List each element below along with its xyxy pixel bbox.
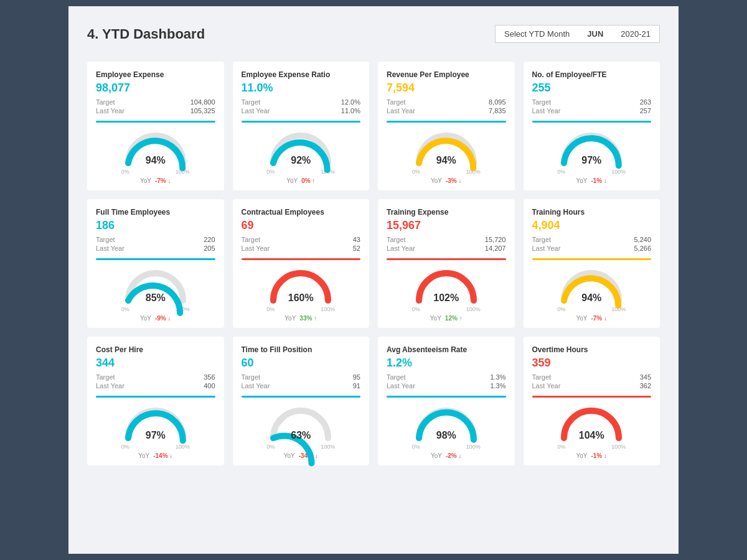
gauge-label-100: 100% [321,444,335,450]
target-value-training-hours: 5,240 [634,236,651,243]
card-divider-no-of-employee-fte [532,121,652,123]
card-title-revenue-per-employee: Revenue Per Employee [387,70,506,79]
card-divider-contractual-employees [242,258,361,260]
gauge-label-0: 0% [121,306,129,312]
gauge-label-100: 100% [321,306,335,312]
lastyear-value-avg-absenteeism-rate: 1.3% [490,382,505,390]
lastyear-label: Last Year [96,245,125,252]
gauge-labels-cost-per-hire: 0% 100% [121,444,190,450]
card-avg-absenteeism-rate: Avg Absenteeism Rate 1.2% Target 1.3% La… [378,337,515,465]
gauge-label-0: 0% [266,306,275,312]
gauge-pct-avg-absenteeism-rate: 98% [436,430,456,441]
gauge-labels-no-of-employee-fte: 0% 100% [557,169,626,175]
gauge-pct-cost-per-hire: 97% [146,430,166,441]
card-value-contractual-employees: 69 [242,219,361,232]
gauge-pct-employee-expense: 94% [146,155,166,166]
gauge-wrap-contractual-employees: 160% [266,266,335,305]
card-lastyear-row-cost-per-hire: Last Year 400 [96,382,215,390]
yoy-row-cost-per-hire: YoY -14% ↓ [138,452,172,459]
card-target-row-revenue-per-employee: Target 8,095 [387,98,506,106]
target-value-revenue-per-employee: 8,095 [489,98,506,106]
card-lastyear-row-employee-expense-ratio: Last Year 11.0% [242,107,361,114]
card-title-employee-expense-ratio: Employee Expense Ratio [242,70,361,79]
card-value-training-expense: 15,967 [387,219,506,232]
lastyear-value-contractual-employees: 52 [353,245,360,252]
gauge-pct-time-to-fill-position: 63% [291,430,311,441]
target-value-overtime-hours: 345 [640,373,651,381]
card-divider-cost-per-hire [96,396,215,398]
yoy-value-overtime-hours: -1% ↓ [591,452,607,459]
yoy-row-no-of-employee-fte: YoY -1% ↓ [576,177,607,184]
card-divider-avg-absenteeism-rate [387,396,506,398]
gauge-pct-revenue-per-employee: 94% [436,155,456,166]
card-value-avg-absenteeism-rate: 1.2% [387,357,506,370]
card-target-row-avg-absenteeism-rate: Target 1.3% [387,373,506,381]
card-lastyear-row-training-expense: Last Year 14,207 [387,245,506,252]
target-value-cost-per-hire: 356 [204,373,215,381]
card-value-revenue-per-employee: 7,594 [387,82,506,95]
gauge-label-100: 100% [611,169,626,175]
gauge-container-no-of-employee-fte: 97% 0% 100% YoY -1% ↓ [532,129,652,184]
card-lastyear-row-contractual-employees: Last Year 52 [242,245,361,252]
card-target-row-training-expense: Target 15,720 [387,236,506,243]
gauge-container-avg-absenteeism-rate: 98% 0% 100% YoY -2% ↓ [387,404,506,459]
card-title-employee-expense: Employee Expense [96,70,215,79]
target-value-avg-absenteeism-rate: 1.3% [490,373,505,381]
gauge-label-0: 0% [412,306,420,312]
card-target-row-time-to-fill-position: Target 95 [242,373,361,381]
card-value-full-time-employees: 186 [96,219,215,232]
card-target-row-overtime-hours: Target 345 [532,373,652,381]
card-divider-employee-expense [96,121,215,123]
gauge-label-0: 0% [557,169,565,175]
ytd-controls: Select YTD Month JUN 2020-21 [495,25,660,43]
card-title-training-expense: Training Expense [387,208,506,217]
card-divider-training-hours [532,258,652,260]
target-label: Target [96,236,115,243]
target-label: Target [387,236,406,243]
yoy-label: YoY [140,177,151,184]
yoy-label: YoY [284,315,296,322]
yoy-label: YoY [431,177,442,184]
gauge-wrap-avg-absenteeism-rate: 98% [412,404,481,442]
lastyear-label: Last Year [242,382,270,390]
gauge-container-revenue-per-employee: 94% 0% 100% YoY -3% ↓ [387,129,506,184]
gauge-labels-avg-absenteeism-rate: 0% 100% [412,444,481,450]
lastyear-label: Last Year [96,382,125,390]
lastyear-value-cost-per-hire: 400 [204,382,215,390]
card-full-time-employees: Full Time Employees 186 Target 220 Last … [87,199,224,328]
gauge-pct-training-expense: 102% [433,292,459,304]
gauge-label-0: 0% [121,169,129,175]
ytd-year-button[interactable]: 2020-21 [612,25,660,43]
gauge-labels-training-expense: 0% 100% [412,306,481,312]
card-title-training-hours: Training Hours [532,208,652,217]
card-target-row-employee-expense: Target 104,800 [96,98,215,106]
gauge-label-100: 100% [466,444,481,450]
card-title-avg-absenteeism-rate: Avg Absenteeism Rate [387,345,506,354]
target-label: Target [532,98,552,106]
card-divider-time-to-fill-position [242,396,361,398]
card-training-expense: Training Expense 15,967 Target 15,720 La… [378,199,515,328]
card-target-row-cost-per-hire: Target 356 [96,373,215,381]
gauge-container-overtime-hours: 104% 0% 100% YoY -1% ↓ [532,404,652,459]
yoy-row-revenue-per-employee: YoY -3% ↓ [431,177,462,184]
card-target-row-training-hours: Target 5,240 [532,236,652,243]
card-lastyear-row-full-time-employees: Last Year 205 [96,245,215,252]
target-label: Target [242,373,261,381]
select-ytd-month-button[interactable]: Select YTD Month [495,25,578,43]
lastyear-label: Last Year [532,382,561,390]
card-employee-expense: Employee Expense 98,077 Target 104,800 L… [87,62,224,190]
yoy-row-employee-expense-ratio: YoY 0% ↑ [286,177,315,184]
lastyear-label: Last Year [532,107,561,114]
gauge-label-100: 100% [611,444,626,450]
ytd-month-button[interactable]: JUN [578,25,612,43]
gauge-label-0: 0% [412,444,420,450]
yoy-value-avg-absenteeism-rate: -2% ↓ [446,452,462,459]
lastyear-value-training-expense: 14,207 [485,245,506,252]
gauge-pct-overtime-hours: 104% [579,430,604,441]
gauge-container-contractual-employees: 160% 0% 100% YoY 33% ↑ [242,266,361,322]
card-divider-full-time-employees [96,258,215,260]
gauge-label-100: 100% [176,444,190,450]
gauge-labels-employee-expense: 0% 100% [121,169,190,175]
gauge-labels-contractual-employees: 0% 100% [266,306,335,312]
card-contractual-employees: Contractual Employees 69 Target 43 Last … [233,199,370,328]
